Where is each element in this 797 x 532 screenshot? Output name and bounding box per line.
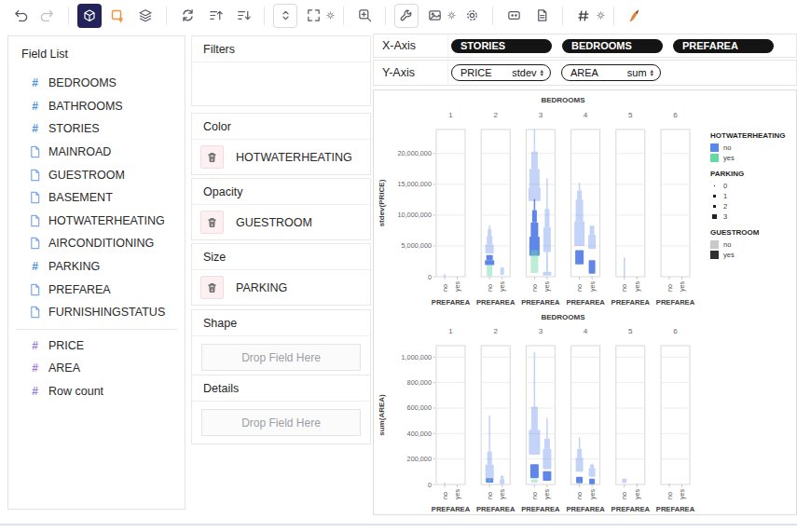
legend-entry[interactable]: 2 bbox=[710, 201, 796, 211]
mark-cluster[interactable] bbox=[531, 480, 538, 483]
mark-cluster[interactable] bbox=[530, 251, 538, 273]
x-axis-pill-stories[interactable]: STORIES bbox=[451, 39, 552, 53]
expand-settings-icon[interactable] bbox=[301, 4, 335, 28]
mark-cluster[interactable] bbox=[589, 479, 595, 484]
wrench-tools-icon[interactable] bbox=[394, 4, 419, 28]
x-tick-label: yes bbox=[498, 280, 506, 292]
legend-entry[interactable]: no bbox=[710, 143, 796, 153]
field-list-item[interactable]: AIRCONDITIONING bbox=[8, 232, 185, 255]
sort-descending-icon[interactable] bbox=[231, 4, 255, 28]
mark-cluster[interactable] bbox=[530, 464, 539, 478]
field-list-item[interactable]: GUESTROOM bbox=[8, 163, 185, 186]
mark-cluster[interactable] bbox=[444, 274, 446, 277]
layers-icon[interactable] bbox=[133, 4, 158, 28]
field-list-item[interactable]: #STORIES bbox=[8, 117, 185, 141]
shape-drop-zone[interactable]: Drop Field Here bbox=[201, 344, 361, 371]
theme-brush-icon[interactable] bbox=[623, 4, 647, 28]
expand-icon[interactable] bbox=[301, 4, 325, 28]
mark-segment bbox=[532, 211, 537, 223]
field-list-item[interactable]: PREFAREA bbox=[8, 278, 185, 301]
mark-cluster[interactable] bbox=[575, 251, 584, 265]
mark-cluster[interactable] bbox=[501, 267, 504, 275]
field-list-item[interactable]: #PRICE bbox=[8, 334, 185, 358]
y-pill-agg-select[interactable]: stdev▲▼ bbox=[512, 67, 544, 78]
mark-cluster[interactable] bbox=[668, 484, 670, 484]
code-values-icon[interactable] bbox=[502, 4, 526, 28]
undo-icon[interactable] bbox=[7, 4, 32, 28]
color-remove-button[interactable] bbox=[200, 145, 224, 169]
zoom-area-icon[interactable] bbox=[352, 4, 377, 28]
refresh-icon[interactable] bbox=[175, 4, 199, 28]
size-field-chip[interactable]: PARKING bbox=[236, 281, 287, 294]
x-axis-pill-prefarea[interactable]: PREFAREA bbox=[673, 39, 774, 53]
mark-cluster[interactable] bbox=[578, 482, 582, 484]
x-axis-pill-bedrooms[interactable]: BEDROOMS bbox=[562, 39, 663, 53]
size-remove-button[interactable] bbox=[200, 276, 224, 299]
mark-segment bbox=[530, 251, 538, 273]
fit-vertical-icon[interactable] bbox=[273, 4, 297, 28]
mark-cluster[interactable] bbox=[636, 484, 638, 484]
x-axis-title: PREFAREA bbox=[566, 505, 605, 513]
cube-view-icon[interactable] bbox=[77, 4, 102, 28]
mark-segment bbox=[574, 222, 584, 246]
y-axis-pill-price[interactable]: PRICEstdev▲▼ bbox=[451, 64, 551, 81]
legend-size-swatch bbox=[710, 212, 719, 221]
sort-ascending-icon[interactable] bbox=[203, 4, 227, 28]
field-list-item[interactable]: #BATHROOMS bbox=[8, 95, 185, 118]
mark-cluster[interactable] bbox=[622, 479, 626, 484]
field-list-title: Field List bbox=[8, 36, 185, 72]
chart-sum-area[interactable]: BEDROOMSsum(AREA)0200,000400,000600,0008… bbox=[374, 311, 797, 514]
redo-icon[interactable] bbox=[35, 4, 60, 28]
y-pill-agg-select[interactable]: sum▲▼ bbox=[627, 67, 654, 78]
field-list-item[interactable]: #BEDROOMS bbox=[8, 72, 185, 95]
mark-cluster[interactable] bbox=[543, 471, 551, 481]
details-drop-zone[interactable]: Drop Field Here bbox=[201, 409, 361, 436]
number-format-icon[interactable] bbox=[571, 4, 605, 28]
facet-label: 3 bbox=[539, 111, 543, 119]
mark-segment bbox=[529, 169, 540, 187]
field-list-item[interactable]: #PARKING bbox=[8, 255, 185, 279]
legend-size-dot bbox=[714, 185, 716, 187]
filters-drop-zone[interactable] bbox=[192, 62, 370, 105]
legend-entry[interactable]: yes bbox=[710, 250, 796, 260]
mark-segment bbox=[485, 260, 494, 265]
document-icon[interactable] bbox=[529, 4, 554, 28]
mark-segment bbox=[531, 152, 538, 170]
legend-swatch bbox=[710, 154, 719, 162]
mark-cluster[interactable] bbox=[488, 479, 492, 481]
legend-entry[interactable]: yes bbox=[710, 153, 796, 163]
legend-entry[interactable]: 3 bbox=[710, 211, 796, 222]
y-tick-label: 200,000 bbox=[407, 455, 432, 463]
y-tick-label: 800,000 bbox=[407, 378, 432, 387]
field-list-item[interactable]: FURNISHINGSTATUS bbox=[8, 301, 185, 324]
mark-cluster[interactable] bbox=[624, 258, 625, 277]
facet-panel bbox=[436, 346, 465, 484]
legend-entry[interactable]: 1 bbox=[710, 191, 796, 201]
field-list-item[interactable]: BASEMENT bbox=[8, 186, 185, 210]
toolbar-divider bbox=[385, 7, 386, 25]
legend-entry[interactable]: 0 bbox=[710, 181, 796, 191]
opacity-remove-button[interactable] bbox=[200, 211, 224, 234]
y-axis-pill-area[interactable]: AREAsum▲▼ bbox=[561, 64, 661, 81]
opacity-field-chip[interactable]: GUESTROOM bbox=[236, 216, 312, 229]
legend-entry[interactable]: no bbox=[710, 239, 796, 250]
x-axis-title: PREFAREA bbox=[611, 505, 651, 513]
y-axis-pills: PRICEstdev▲▼AREAsum▲▼ bbox=[447, 61, 661, 85]
settings-gear-icon[interactable] bbox=[460, 4, 484, 28]
x-axis-title: PREFAREA bbox=[432, 505, 471, 513]
mark-cluster[interactable] bbox=[589, 260, 596, 274]
field-list-item[interactable]: #AREA bbox=[8, 357, 185, 380]
hash-icon[interactable] bbox=[571, 4, 596, 28]
color-field-chip[interactable]: HOTWATERHEATING bbox=[236, 151, 352, 164]
image-icon[interactable] bbox=[422, 4, 447, 28]
mark-segment bbox=[546, 252, 548, 272]
field-list-item-label: STORIES bbox=[48, 122, 100, 135]
mark-cluster[interactable] bbox=[444, 483, 446, 484]
mark-tail bbox=[488, 416, 490, 451]
field-list-item[interactable]: HOTWATERHEATING bbox=[8, 210, 185, 233]
field-list-item[interactable]: #Row count bbox=[8, 380, 185, 403]
image-settings-icon[interactable] bbox=[422, 4, 456, 28]
add-annotation-icon[interactable] bbox=[105, 4, 130, 28]
mark-cluster[interactable] bbox=[487, 265, 492, 277]
field-list-item[interactable]: MAINROAD bbox=[8, 141, 185, 164]
